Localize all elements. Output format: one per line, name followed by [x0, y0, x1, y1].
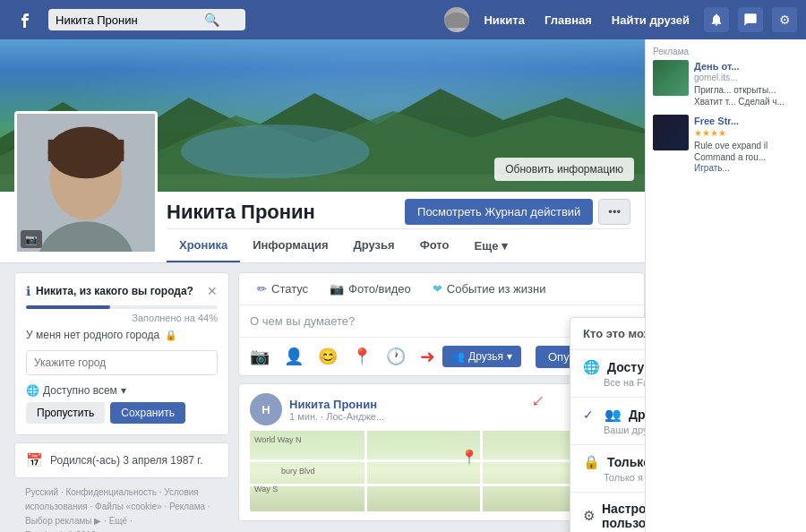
emoji-tool-icon[interactable]: 😊: [314, 343, 341, 370]
lock-icon-dropdown: 🔒: [583, 454, 600, 470]
ad-item-0[interactable]: День от... gomel.its... Пригла... открыт…: [653, 60, 799, 107]
privacy-label: Доступно всем: [43, 384, 117, 397]
post-tab-photo[interactable]: 📷 Фото/видео: [319, 273, 422, 305]
search-bar[interactable]: 🔍: [48, 9, 245, 30]
chevron-down-icon: ▾: [121, 384, 126, 397]
tab-photos[interactable]: Фото: [407, 229, 462, 262]
audience-dropdown: Кто это может видеть? 🌐 Доступно всем Вс…: [570, 317, 645, 532]
tag-tool-icon[interactable]: 👤: [280, 343, 307, 370]
search-input[interactable]: [56, 13, 199, 27]
main-layout: Обновить информацию: [0, 39, 806, 532]
dropdown-item-sub-0: Все на Facebook и вне его: [583, 377, 645, 388]
svg-rect-8: [48, 140, 124, 161]
more-btn[interactable]: •••: [598, 199, 630, 225]
footer-links: Русский · Конфиденциальность · Условия и…: [14, 478, 229, 532]
close-widget-btn[interactable]: ✕: [207, 284, 218, 298]
progress-fill: [26, 305, 110, 309]
profile-name-row: Никита Пронин Посмотреть Журнал действий…: [167, 192, 630, 228]
nav-user-link[interactable]: Никита: [478, 10, 529, 30]
ad-cta-1[interactable]: Играть...: [694, 163, 799, 173]
photo-tool-icon[interactable]: 📷: [246, 343, 273, 370]
city-widget-title: Никита, из какого вы города?: [36, 285, 193, 297]
footer-link-text: Русский · Конфиденциальность · Условия и…: [25, 485, 219, 528]
dropdown-chevron: ▾: [507, 350, 512, 363]
ad-title-0: День от...: [694, 60, 799, 73]
widget-btn-row: Пропустить Сохранить: [26, 402, 218, 424]
nav-avatar: [444, 7, 469, 32]
ad-thumb-0: [653, 60, 689, 96]
progress-text: Заполнено на 44%: [26, 313, 218, 323]
audience-btn[interactable]: 👥 Друзья ▾: [442, 346, 521, 367]
ad-item-1[interactable]: Free Str... ★★★★ Rule ove expand il Comm…: [653, 115, 799, 172]
no-hometown-row: У меня нет родного города 🔒: [26, 329, 218, 341]
dropdown-item-sub-2: Только я: [583, 472, 645, 483]
footer-copyright: Facebook © 2016: [25, 528, 219, 532]
post-tab-status[interactable]: ✏ Статус: [246, 273, 319, 305]
nav-notification-btn[interactable]: [704, 7, 729, 32]
save-btn[interactable]: Сохранить: [110, 402, 185, 424]
dropdown-item-title-3: Настройки пользователя: [602, 502, 645, 530]
birthday-widget: 📅 Родился(-ась) 3 апреля 1987 г.: [14, 442, 229, 478]
audience-item-public[interactable]: 🌐 Доступно всем Все на Facebook и вне ег…: [570, 350, 645, 397]
search-icon: 🔍: [204, 13, 219, 27]
nav-message-btn[interactable]: [738, 7, 763, 32]
update-info-btn[interactable]: Обновить информацию: [494, 158, 634, 181]
friends-icon: 👥: [451, 350, 465, 363]
ad-section-title: Реклама: [653, 39, 799, 60]
globe-icon: 🌐: [26, 384, 39, 397]
post-tabs: ✏ Статус 📷 Фото/видео ❤ Событие из жизни: [239, 273, 644, 305]
profile-avatar: 📷: [14, 111, 158, 254]
city-widget: ℹ Никита, из какого вы города? ✕ Заполне…: [14, 272, 229, 435]
fb-logo[interactable]: [9, 4, 41, 36]
tab-info[interactable]: Информация: [240, 229, 340, 262]
location-tool-icon[interactable]: 📍: [348, 343, 375, 370]
photo-icon: 📷: [330, 282, 344, 296]
profile-name: Никита Пронин: [167, 201, 394, 224]
life-icon: ❤: [433, 282, 442, 296]
post-tab-life[interactable]: ❤ Событие из жизни: [422, 273, 557, 305]
clock-tool-icon[interactable]: 🕐: [382, 343, 409, 370]
nav-right: Никита Главная Найти друзей ⚙: [444, 7, 797, 32]
friends-icon-dropdown: 👥: [604, 407, 622, 423]
dropdown-item-sub-1: Ваши друзья на Facebook: [583, 425, 645, 435]
svg-point-3: [181, 124, 370, 178]
ad-thumb-1: [653, 115, 689, 150]
ad-desc-0: Пригла... открыты... Хватит т... Сделай …: [694, 84, 799, 107]
dropdown-item-title-2: Только я: [607, 455, 645, 469]
tab-friends[interactable]: Друзья: [341, 229, 407, 262]
profile-area: Обновить информацию: [0, 39, 645, 532]
ad-stars-1: ★★★★: [694, 128, 799, 138]
progress-bar: [26, 305, 218, 309]
dropdown-header: Кто это может видеть?: [570, 318, 645, 350]
right-panel: ✏ Статус 📷 Фото/видео ❤ Событие из жизни…: [238, 272, 645, 532]
audience-item-settings[interactable]: ⚙ Настройки пользователя: [570, 493, 645, 532]
nav-home-link[interactable]: Главная: [539, 10, 597, 30]
dropdown-item-title-1: Друзья: [629, 408, 645, 422]
ad-meta-0: gomel.its...: [694, 73, 799, 82]
audience-item-only-me[interactable]: 🔒 Только я Только я: [570, 445, 645, 492]
ad-info-0: День от... gomel.its... Пригла... открыт…: [694, 60, 799, 107]
journal-btn[interactable]: Посмотреть Журнал действий: [405, 199, 593, 225]
audience-item-friends[interactable]: ✓ 👥 Друзья Ваши друзья на Facebook: [570, 398, 645, 444]
post-avatar: Н: [250, 393, 282, 425]
nav-settings-btn[interactable]: ⚙: [772, 7, 797, 32]
top-nav: 🔍 Никита Главная Найти друзей ⚙: [0, 0, 806, 39]
tab-chronicle[interactable]: Хроника: [167, 229, 240, 262]
nav-friends-link[interactable]: Найти друзей: [606, 10, 695, 30]
ad-title-1: Free Str...: [694, 115, 799, 127]
widget-header: ℹ Никита, из какого вы города? ✕: [26, 284, 218, 298]
camera-icon[interactable]: 📷: [21, 230, 42, 248]
check-icon: ✓: [583, 408, 594, 422]
profile-info-bar: 📷 Никита Пронин Посмотреть Журнал действ…: [0, 192, 645, 263]
tab-more[interactable]: Еще ▾: [462, 230, 520, 262]
ad-desc-1: Rule ove expand il Command a rou...: [694, 140, 799, 163]
no-hometown-text: У меня нет родного города: [26, 329, 159, 341]
skip-btn[interactable]: Пропустить: [26, 402, 105, 424]
content-area: ℹ Никита, из какого вы города? ✕ Заполне…: [0, 263, 645, 532]
privacy-row[interactable]: 🌐 Доступно всем ▾: [26, 384, 218, 397]
city-input[interactable]: [26, 350, 218, 375]
profile-actions: Посмотреть Журнал действий •••: [405, 199, 630, 225]
dropdown-item-title-0: Доступно всем: [607, 360, 645, 374]
birthday-icon: 📅: [26, 452, 43, 468]
right-sidebar: Реклама День от... gomel.its... Пригла..…: [645, 39, 806, 532]
